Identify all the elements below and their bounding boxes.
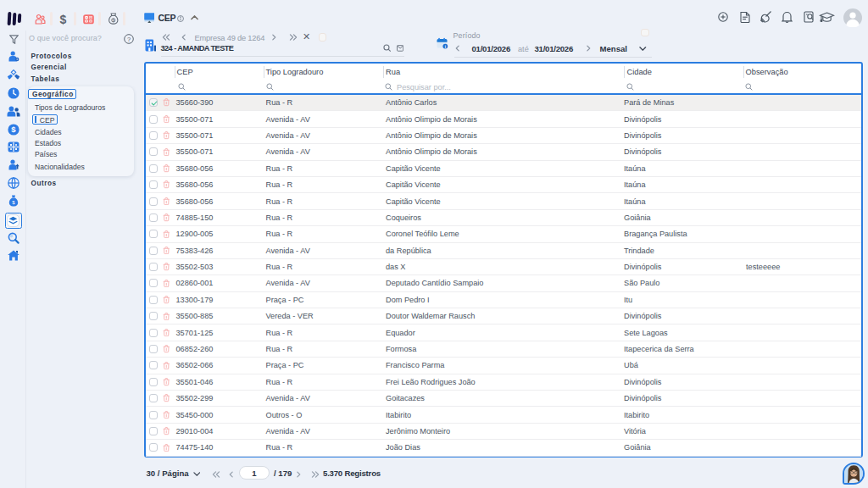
svg-text:$: $ — [11, 125, 16, 134]
svg-text:?: ? — [127, 36, 131, 43]
svg-text:$: $ — [112, 18, 114, 22]
svg-text:i: i — [445, 44, 446, 48]
